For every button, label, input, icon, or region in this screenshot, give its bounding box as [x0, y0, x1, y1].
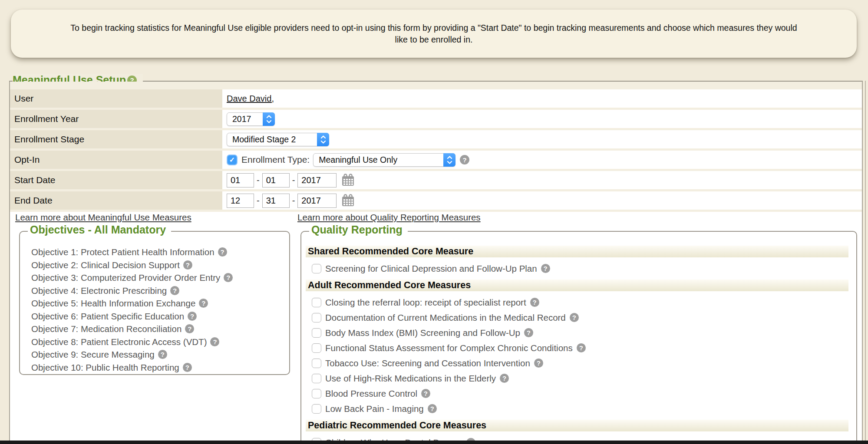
measure-row: Tobacco Use: Screening and Cessation Int…: [312, 355, 856, 371]
start-date-month-input[interactable]: [227, 173, 254, 187]
measure-checkbox[interactable]: [312, 389, 321, 398]
end-date-year-input[interactable]: [297, 194, 337, 208]
measure-checkbox[interactable]: [312, 374, 321, 383]
measure-checkbox[interactable]: [312, 404, 321, 414]
help-icon[interactable]: ?: [158, 350, 167, 359]
quality-reporting-fieldset: Quality Reporting Shared Recommended Cor…: [300, 231, 857, 444]
table-row: User Dave David,: [10, 89, 862, 108]
measure-row: Body Mass Index (BMI) Screening and Foll…: [312, 325, 856, 340]
measure-checkbox[interactable]: [312, 313, 321, 322]
measure-checkbox[interactable]: [312, 358, 321, 368]
opt-in-label: Opt-In: [10, 151, 222, 169]
chevron-up-down-icon: [263, 112, 275, 126]
list-item: Objective 4: Electronic Prescribing?: [31, 284, 289, 297]
chevron-up-down-icon: [443, 153, 455, 167]
date-separator: -: [257, 175, 260, 185]
help-icon[interactable]: ?: [428, 404, 437, 413]
start-date-label: Start Date: [10, 171, 222, 189]
enrollment-stage-value: Modified Stage 2: [232, 135, 296, 145]
section-header-pediatric: Pediatric Recommended Core Measures: [306, 420, 848, 431]
end-date-day-input[interactable]: [262, 194, 290, 208]
calendar-icon[interactable]: [342, 194, 354, 207]
meaningful-use-setup-fieldset: Meaningful Use Setup ? User Dave David, …: [9, 81, 863, 444]
table-row: Opt-In ✓ Enrollment Type: Meaningful Use…: [10, 151, 862, 169]
measure-row: Screening for Clinical Depression and Fo…: [312, 261, 856, 276]
measure-row: Functional Status Assessment for Complex…: [312, 340, 856, 355]
calendar-icon[interactable]: [342, 174, 354, 187]
measure-checkbox[interactable]: [312, 298, 321, 307]
end-date-month-input[interactable]: [227, 194, 254, 208]
help-icon[interactable]: ?: [534, 358, 543, 368]
help-icon[interactable]: ?: [224, 273, 233, 282]
help-icon[interactable]: ?: [421, 389, 430, 398]
enrollment-year-select[interactable]: 2017: [227, 112, 275, 126]
help-icon[interactable]: ?: [530, 298, 539, 307]
help-icon[interactable]: ?: [210, 337, 219, 346]
help-icon[interactable]: ?: [570, 313, 579, 322]
user-link[interactable]: Dave David,: [227, 94, 274, 104]
help-icon[interactable]: ?: [170, 286, 179, 295]
help-icon[interactable]: ?: [199, 299, 208, 308]
objectives-list: Objective 1: Protect Patient Health Info…: [20, 232, 289, 374]
date-separator: -: [292, 196, 295, 206]
list-item: Objective 6: Patient Specific Education?: [31, 310, 289, 323]
measure-checkbox[interactable]: [312, 343, 321, 353]
list-item: Objective 3: Computerized Provider Order…: [31, 271, 289, 284]
start-date-year-input[interactable]: [297, 173, 337, 187]
measure-checkbox[interactable]: [312, 328, 321, 338]
list-item: Objective 8: Patient Electronic Access (…: [31, 335, 289, 349]
table-row: End Date - -: [10, 191, 862, 210]
measure-row: Low Back Pain - Imaging ?: [312, 401, 856, 416]
setup-table: User Dave David, Enrollment Year 2017 En…: [10, 82, 862, 212]
chevron-up-down-icon: [317, 133, 329, 146]
list-item: Objective 5: Health Information Exchange…: [31, 297, 289, 310]
help-icon[interactable]: ?: [183, 260, 192, 270]
instruction-banner: To begin tracking statistics for Meaning…: [11, 10, 857, 58]
list-item: Objective 9: Secure Messaging?: [31, 348, 289, 361]
measure-row: Blood Pressure Control ?: [312, 386, 856, 401]
section-header-shared: Shared Recommended Core Measure: [306, 246, 848, 257]
learn-more-qr-link[interactable]: Learn more about Quality Reporting Measu…: [297, 212, 481, 223]
measure-checkbox[interactable]: [312, 264, 321, 273]
help-icon[interactable]: ?: [188, 312, 197, 321]
enrollment-type-help-icon[interactable]: ?: [460, 155, 469, 164]
objectives-fieldset: Objectives - All Mandatory Objective 1: …: [19, 231, 290, 375]
start-date-day-input[interactable]: [262, 173, 290, 187]
learn-more-mu-link[interactable]: Learn more about Meaningful Use Measures: [15, 212, 191, 223]
list-item: Objective 7: Medication Reconciliation?: [31, 322, 289, 335]
help-icon[interactable]: ?: [218, 247, 227, 257]
measure-row: Documentation of Current Medications in …: [312, 310, 856, 325]
quality-legend: Quality Reporting: [309, 224, 408, 236]
enrollment-year-value: 2017: [232, 114, 251, 124]
help-icon[interactable]: ?: [524, 328, 533, 337]
list-item: Objective 2: Clinical Decision Support?: [31, 259, 289, 272]
viewport-bottom-edge: [0, 441, 868, 444]
quality-list: Shared Recommended Core Measure Screenin…: [301, 232, 856, 444]
help-icon[interactable]: ?: [500, 374, 509, 383]
enrollment-type-select[interactable]: Meaningful Use Only: [313, 153, 455, 167]
enrollment-type-inline-label: Enrollment Type:: [241, 155, 310, 165]
measure-row: Use of High-Risk Medications in the Elde…: [312, 371, 856, 386]
help-icon[interactable]: ?: [577, 343, 586, 352]
right-edge-line: [865, 81, 866, 444]
check-icon: ✓: [229, 156, 235, 164]
enrollment-stage-select[interactable]: Modified Stage 2: [227, 133, 329, 146]
help-icon[interactable]: ?: [185, 324, 194, 333]
end-date-label: End Date: [10, 191, 222, 210]
date-separator: -: [292, 175, 295, 185]
enrollment-type-value: Meaningful Use Only: [319, 155, 397, 165]
help-icon[interactable]: ?: [541, 264, 550, 273]
help-icon[interactable]: ?: [183, 363, 192, 372]
measure-row: Closing the referral loop: receipt of sp…: [312, 295, 856, 310]
enrollment-stage-label: Enrollment Stage: [10, 130, 222, 148]
list-item: Objective 10: Public Health Reporting?: [31, 361, 289, 374]
objectives-legend: Objectives - All Mandatory: [28, 224, 171, 236]
enrollment-year-label: Enrollment Year: [10, 110, 222, 128]
opt-in-checkbox[interactable]: ✓: [227, 155, 238, 165]
user-row-label: User: [10, 89, 222, 108]
instruction-text: To begin tracking statistics for Meaning…: [65, 22, 803, 46]
section-header-adult: Adult Recommended Core Measures: [306, 280, 848, 291]
table-row: Enrollment Stage Modified Stage 2: [10, 130, 862, 148]
table-row: Enrollment Year 2017: [10, 110, 862, 128]
date-separator: -: [257, 196, 260, 206]
